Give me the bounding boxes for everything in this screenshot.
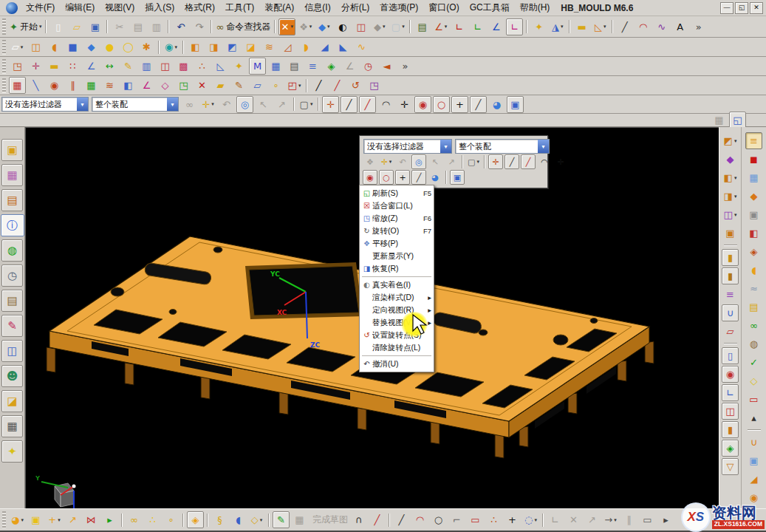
calculator-button[interactable]: ▦: [267, 58, 284, 75]
image-tab[interactable]: ◪: [1, 390, 23, 412]
con-rect2-button[interactable]: ▭: [639, 511, 656, 528]
mold-tool-box[interactable]: ▣: [722, 225, 739, 242]
drum-button[interactable]: ◫: [157, 58, 174, 75]
ctx-render-style[interactable]: 渲染样式(D)▸: [360, 291, 434, 304]
ctx-zoom[interactable]: ◳缩放(Z)F6: [360, 212, 434, 225]
move-face-button[interactable]: ◳: [9, 58, 26, 75]
sk-circle-button[interactable]: ○: [430, 511, 447, 528]
sk-rect-button[interactable]: ▭: [467, 511, 484, 528]
mate-button[interactable]: ∞: [126, 511, 143, 528]
mini-notebook-button[interactable]: ▣: [450, 170, 465, 185]
snap-point-button[interactable]: +: [451, 96, 468, 113]
annotate-button[interactable]: ✎: [120, 58, 137, 75]
red-frame2-button[interactable]: ▭: [745, 391, 762, 408]
sphere-button[interactable]: ●: [101, 38, 118, 55]
menu-preferences[interactable]: 首选项(P): [375, 0, 423, 16]
fit-view-button[interactable]: ✕▾: [278, 18, 295, 35]
restore-button[interactable]: ◱: [735, 2, 748, 14]
selection-scope-combo[interactable]: 整个装配 ▼: [92, 97, 179, 112]
dropdown-arrow-icon[interactable]: ▾: [310, 24, 312, 30]
clamp-button[interactable]: ◖: [230, 511, 247, 528]
shell-button[interactable]: ≋: [261, 38, 278, 55]
pan-button[interactable]: ❖▾: [297, 18, 314, 35]
dropdown-arrow-icon[interactable]: ▾: [402, 24, 405, 30]
mini-snap-center-button[interactable]: ◉: [363, 170, 377, 185]
extrude-button[interactable]: ◫: [27, 38, 44, 55]
dropdown-arrow-icon[interactable]: ▾: [476, 159, 479, 165]
ejector-tool-4[interactable]: ◫: [722, 403, 739, 420]
intersect-button[interactable]: ◩: [224, 38, 241, 55]
notebook-button[interactable]: ▣: [507, 96, 524, 113]
snap-center-button[interactable]: ◉: [414, 96, 431, 113]
stack-button[interactable]: ≋: [101, 77, 118, 94]
menu-insert[interactable]: 插入(S): [140, 0, 179, 16]
dropdown-arrow-icon[interactable]: ▾: [21, 517, 24, 523]
bubble-button[interactable]: ∘: [267, 77, 284, 94]
suppress-button[interactable]: ▸: [101, 511, 118, 528]
check-book-button[interactable]: ✓: [745, 354, 762, 371]
sk-point-button[interactable]: +: [504, 511, 521, 528]
ctx-pan[interactable]: ❖平移(P): [360, 237, 434, 250]
dropdown-arrow-icon[interactable]: ▾: [614, 517, 617, 523]
gold-box-button[interactable]: ◇: [745, 372, 762, 389]
blue-pair-button[interactable]: ▣: [745, 452, 762, 469]
dropdown-arrow-icon[interactable]: ▾: [383, 24, 386, 30]
mini-snap-circle-button[interactable]: ○: [379, 170, 394, 185]
snap-intersect-button[interactable]: ✛: [396, 96, 413, 113]
group-folder-button[interactable]: ▰: [212, 77, 229, 94]
grid-colors-button[interactable]: ▩: [175, 58, 192, 75]
snap-circle-button[interactable]: ○: [433, 96, 450, 113]
distance-button[interactable]: ↔: [101, 58, 118, 75]
mini-snap-point-button[interactable]: +: [395, 170, 410, 185]
csys-dropdown-button[interactable]: ∠▾: [432, 18, 449, 35]
sketch-line1-button[interactable]: ╱: [310, 77, 327, 94]
new-button[interactable]: ▯: [49, 18, 66, 35]
mini-snap-line-button[interactable]: ╱: [411, 170, 426, 185]
child-window-restore-button[interactable]: ◱: [729, 112, 746, 129]
ctx-refresh[interactable]: ◱刷新(S)F5: [360, 187, 434, 200]
mini-snap-handles-button[interactable]: ✛: [488, 154, 503, 169]
internet-explorer-tab[interactable]: ⓘ: [1, 214, 24, 236]
overflow-more-button[interactable]: »: [690, 18, 707, 35]
dropdown-arrow-icon[interactable]: ▾: [534, 517, 537, 523]
ejector-tool-1[interactable]: ▯: [722, 347, 739, 364]
section-view-button[interactable]: ◫: [352, 18, 369, 35]
triangle-button[interactable]: ◺: [212, 58, 229, 75]
redo-button[interactable]: ↷: [191, 18, 208, 35]
dropdown-arrow-icon[interactable]: ▾: [734, 194, 737, 200]
stack-gold-button[interactable]: ▤: [745, 299, 762, 316]
cube-dd-button[interactable]: ◇▾: [248, 511, 265, 528]
effects-tab[interactable]: ✦: [1, 440, 23, 463]
ctx-true-shading[interactable]: ◐真实着色(I): [360, 279, 434, 291]
pin-tool-1[interactable]: ▮: [722, 249, 739, 266]
mini-snap-arc-button[interactable]: ◠: [537, 154, 552, 169]
ctx-restore[interactable]: ◨恢复(R): [360, 262, 434, 275]
sk-arc-button[interactable]: ◠: [411, 511, 428, 528]
cube-button[interactable]: ◆: [83, 38, 100, 55]
delete-button[interactable]: ✕: [194, 77, 211, 94]
part-navigator-tab[interactable]: ▤: [1, 189, 23, 211]
gem-button[interactable]: ◈: [187, 511, 204, 528]
sketch-button[interactable]: ▱▾: [9, 38, 26, 55]
mold-tool-split[interactable]: ◆: [722, 151, 739, 168]
bee-button[interactable]: ✦: [230, 58, 247, 75]
chain-button[interactable]: ∞: [745, 317, 762, 334]
background-button[interactable]: ▢▾: [389, 18, 406, 35]
open-button[interactable]: ▱: [68, 18, 85, 35]
menu-gc-toolbox[interactable]: GC工具箱: [465, 0, 515, 16]
dropdown-arrow-icon[interactable]: ▾: [561, 24, 564, 30]
joint-button[interactable]: ∘: [163, 511, 179, 528]
target-button[interactable]: ◉: [46, 77, 63, 94]
subtract-button[interactable]: ◨: [205, 38, 222, 55]
ctx-set-rotate-point[interactable]: ↺设置旋转点(S): [360, 329, 434, 341]
rotate-ccw-button[interactable]: ↺: [347, 77, 364, 94]
ejector-tool-3[interactable]: ∟: [722, 384, 739, 401]
menu-help[interactable]: 帮助(H): [515, 0, 555, 16]
snap-face-button[interactable]: ◕: [488, 96, 505, 113]
material-button[interactable]: M: [249, 58, 266, 75]
render-style-button[interactable]: ◐: [334, 18, 351, 35]
snap-endpoint-button[interactable]: ╱: [341, 96, 358, 113]
mold-tool-measure[interactable]: ◫▾: [722, 206, 739, 223]
system-scene-tab[interactable]: ◫: [1, 340, 23, 362]
ctx-fit-window[interactable]: ☒适合窗口(L): [360, 200, 434, 212]
